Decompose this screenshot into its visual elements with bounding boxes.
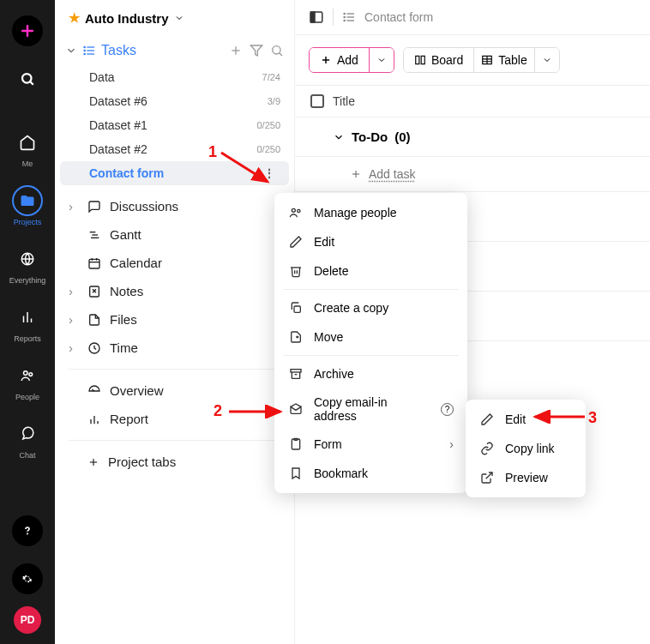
rail-label: Everything	[9, 276, 46, 285]
svg-rect-49	[416, 56, 419, 63]
tasks-section-header[interactable]: Tasks	[55, 36, 294, 65]
sidebar-item-gantt[interactable]: Gantt	[55, 220, 294, 249]
task-list-item[interactable]: Dataset #10/250	[55, 113, 294, 137]
svg-rect-26	[89, 259, 99, 268]
add-task-row[interactable]: Add task	[295, 157, 650, 192]
submenu-preview[interactable]: Preview	[466, 463, 586, 492]
svg-line-66	[486, 472, 492, 478]
add-dropdown[interactable]	[369, 48, 394, 72]
table-view-button[interactable]: Table	[473, 48, 533, 72]
menu-create-copy[interactable]: Create a copy	[274, 293, 467, 322]
trash-icon	[288, 263, 304, 279]
rail-add[interactable]	[9, 10, 46, 51]
plus-icon	[12, 15, 43, 46]
context-menu: Manage people Edit Delete Create a copy …	[274, 193, 467, 493]
task-list-item-active[interactable]: Contact form⋮	[60, 161, 289, 185]
svg-rect-50	[421, 56, 424, 63]
home-icon	[12, 127, 43, 158]
rail-label: Me	[22, 159, 33, 168]
more-icon[interactable]: ⋮	[263, 166, 275, 180]
rail-search[interactable]	[9, 58, 46, 99]
help-icon: ?	[441, 403, 454, 416]
rail-me[interactable]: Me	[9, 122, 46, 173]
menu-archive[interactable]: Archive	[274, 359, 467, 388]
rail-people[interactable]: People	[9, 355, 46, 406]
files-icon	[87, 313, 101, 327]
sidebar-item-time[interactable]: ›Time	[55, 334, 294, 362]
panel-icon[interactable]	[309, 9, 324, 25]
select-all-checkbox[interactable]	[310, 94, 324, 108]
svg-marker-20	[250, 45, 262, 56]
gauge-icon	[87, 384, 101, 398]
rail-everything[interactable]: Everything	[9, 238, 46, 290]
rail-label: Chat	[19, 451, 35, 460]
gear-icon	[12, 563, 43, 594]
menu-copy-email[interactable]: Copy email-in address ?	[274, 388, 467, 430]
rail-label: Reports	[14, 334, 41, 343]
toolbar: Add Board Table	[295, 35, 650, 85]
external-link-icon	[479, 470, 495, 485]
task-list-item[interactable]: Data7/24	[55, 65, 294, 89]
rail-help[interactable]	[9, 510, 46, 551]
gantt-icon	[87, 228, 101, 242]
plus-icon[interactable]	[229, 44, 243, 57]
list-icon	[82, 44, 96, 57]
sidebar-item-discussions[interactable]: ›Discussions	[55, 192, 294, 220]
svg-point-44	[344, 13, 345, 14]
svg-point-9	[24, 371, 28, 376]
group-count: (0)	[394, 129, 410, 144]
chevron-right-icon: ›	[449, 437, 454, 451]
section-title: Tasks	[101, 43, 224, 58]
submenu-copy-link[interactable]: Copy link	[466, 434, 586, 463]
form-submenu: Edit Copy link Preview	[466, 400, 586, 497]
sidebar-item-files[interactable]: ›Files	[55, 305, 294, 334]
list-icon	[342, 10, 356, 24]
svg-rect-40	[310, 12, 315, 22]
svg-point-17	[84, 53, 85, 54]
rail-settings[interactable]	[9, 558, 46, 599]
filter-icon[interactable]	[250, 44, 263, 57]
group-row[interactable]: To-Do(0)	[295, 117, 650, 157]
svg-point-58	[298, 209, 300, 212]
mail-icon	[288, 401, 304, 417]
menu-form[interactable]: Form ›	[274, 430, 467, 459]
breadcrumb: Contact form	[364, 10, 433, 24]
chevron-down-icon	[174, 13, 184, 23]
task-list-item[interactable]: Dataset #20/250	[55, 137, 294, 161]
menu-move[interactable]: Move	[274, 322, 467, 352]
rail-projects[interactable]: Projects	[9, 180, 46, 232]
search-icon[interactable]	[270, 44, 284, 57]
sidebar-item-project-tabs[interactable]: Project tabs	[55, 448, 294, 476]
rail-chat[interactable]: Chat	[9, 413, 46, 465]
calendar-icon	[87, 256, 101, 270]
sidebar-item-report[interactable]: Report	[55, 405, 294, 433]
menu-edit[interactable]: Edit	[274, 227, 467, 256]
add-task-label: Add task	[369, 167, 415, 181]
avatar[interactable]: PD	[14, 606, 41, 634]
svg-rect-61	[294, 306, 300, 312]
board-view-button[interactable]: Board	[404, 48, 473, 72]
rail-reports[interactable]: Reports	[9, 297, 46, 348]
svg-point-10	[29, 373, 33, 376]
sidebar-item-calendar[interactable]: Calendar	[55, 249, 294, 277]
view-dropdown[interactable]	[534, 48, 559, 72]
sidebar-item-notes[interactable]: ›Notes	[55, 277, 294, 305]
move-icon	[288, 329, 304, 345]
add-button[interactable]: Add	[310, 48, 369, 72]
link-icon	[479, 441, 495, 456]
sidebar-item-overview[interactable]: Overview	[55, 376, 294, 405]
column-title: Title	[333, 94, 355, 108]
submenu-edit[interactable]: Edit	[466, 405, 586, 434]
project-selector[interactable]: ★ Auto Industry	[55, 0, 294, 36]
rail-label: People	[15, 393, 39, 401]
chevron-down-icon	[542, 55, 552, 65]
table-icon	[481, 54, 493, 66]
task-list-item[interactable]: Dataset #63/9	[55, 89, 294, 113]
pencil-icon	[288, 234, 304, 250]
menu-bookmark[interactable]: Bookmark	[274, 459, 467, 488]
svg-point-15	[84, 46, 85, 47]
chart-icon	[12, 302, 43, 333]
svg-point-57	[292, 208, 295, 212]
menu-delete[interactable]: Delete	[274, 256, 467, 286]
menu-manage-people[interactable]: Manage people	[274, 198, 467, 227]
